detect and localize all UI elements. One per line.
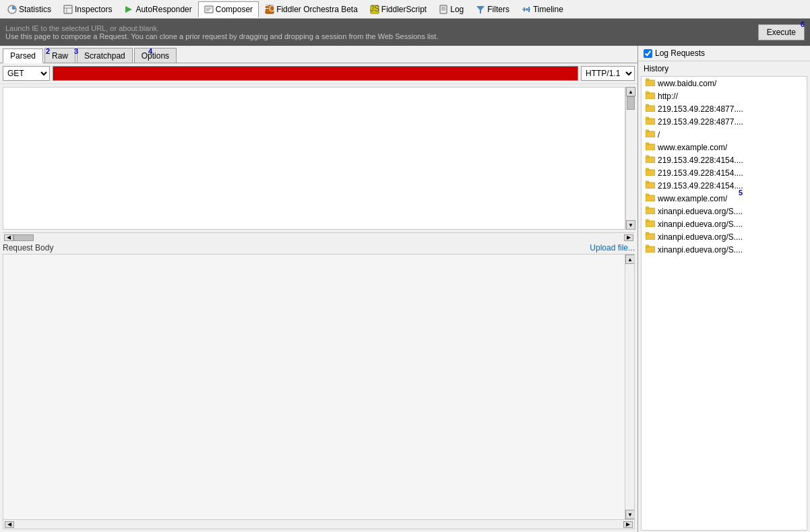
upload-file-link[interactable]: Upload file... — [590, 243, 635, 253]
tab-timeline[interactable]: Timeline — [516, 1, 569, 18]
annotation-2: 2 — [46, 47, 50, 55]
vscroll-up-btn[interactable]: ▲ — [626, 87, 635, 96]
hscroll-left-btn[interactable]: ◀ — [4, 234, 13, 241]
svg-rect-37 — [646, 168, 649, 170]
auto-icon — [124, 5, 133, 14]
tab-log[interactable]: Log — [433, 1, 470, 18]
history-item[interactable]: xinanpi.edueva.org/S.... — [642, 205, 807, 218]
history-item[interactable]: xinanpi.edueva.org/S.... — [642, 218, 807, 230]
svg-rect-49 — [646, 245, 649, 247]
history-item[interactable]: 219.153.49.228:4154.... — [642, 179, 807, 192]
history-item[interactable]: 219.153.49.228:4154.... — [642, 166, 807, 179]
infobar-line2: Use this page to compose a Request. You … — [5, 32, 805, 40]
svg-rect-1 — [64, 5, 72, 13]
hscroll-right-btn[interactable]: ▶ — [624, 234, 633, 241]
history-item[interactable]: www.example.com/ — [642, 192, 807, 205]
svg-rect-41 — [646, 194, 649, 196]
history-item[interactable]: www.example.com/ — [642, 141, 807, 154]
svg-marker-17 — [476, 6, 485, 13]
tab-scratchpad[interactable]: Scratchpad — [77, 48, 133, 63]
request-body-header: Request Body Upload file... — [3, 242, 635, 254]
main-area: 1 Parsed 2 Raw 3 Scratchpad Options 4 — [0, 46, 810, 532]
body-hscroll-right[interactable]: ▶ — [623, 521, 633, 528]
svg-rect-45 — [646, 220, 649, 222]
options-tab-label: Options — [142, 51, 169, 61]
protocol-select[interactable]: HTTP/1.1 HTTP/2 HTTPS — [581, 66, 635, 81]
folder-icon — [646, 129, 655, 139]
body-hscroll[interactable]: ◀ ▶ — [3, 519, 634, 529]
log-icon — [439, 5, 448, 14]
toolbar: Statistics Inspectors AutoResponder Comp… — [0, 0, 810, 19]
tab-parsed[interactable]: Parsed — [3, 48, 43, 63]
body-vscroll-up[interactable]: ▲ — [625, 255, 634, 264]
svg-rect-33 — [646, 143, 649, 145]
svg-rect-29 — [646, 117, 649, 119]
history-item[interactable]: 219.153.49.228:4154.... — [642, 154, 807, 166]
header-vscroll[interactable]: ▲ ▼ — [625, 87, 635, 230]
body-vscroll[interactable]: ▲ ▼ — [625, 255, 634, 519]
history-item[interactable]: xinanpi.edueva.org/S.... — [642, 243, 807, 256]
svg-rect-47 — [646, 232, 649, 234]
svg-rect-13 — [440, 5, 447, 13]
history-item[interactable]: / — [642, 128, 807, 141]
filter-icon — [476, 5, 485, 14]
compose-icon — [204, 5, 214, 14]
history-item-url: 219.153.49.228:4154.... — [658, 181, 743, 191]
composer-label: Composer — [216, 5, 253, 14]
tab-fiddlerscript[interactable]: JS FiddlerScript — [364, 1, 433, 18]
execute-button[interactable]: Execute — [758, 24, 805, 40]
annotation-3: 3 — [74, 47, 78, 55]
body-textarea[interactable] — [3, 255, 625, 519]
composer-panel: 1 Parsed 2 Raw 3 Scratchpad Options 4 — [0, 46, 638, 532]
history-item[interactable]: www.baidu.com/ — [642, 77, 807, 90]
history-item[interactable]: xinanpi.edueva.org/S.... — [642, 230, 807, 243]
folder-icon — [646, 180, 655, 191]
timeline-label: Timeline — [533, 5, 563, 14]
body-hscroll-left[interactable]: ◀ — [5, 521, 14, 528]
folder-icon — [646, 244, 655, 255]
filters-label: Filters — [487, 5, 509, 14]
tab-statistics[interactable]: Statistics — [1, 1, 57, 18]
request-body-section: Request Body Upload file... ▲ ▼ ◀ — [3, 242, 635, 529]
history-panel: Log Requests History www.baidu.com/ http… — [638, 46, 810, 532]
orchestra-icon: FO — [265, 5, 274, 14]
history-panel-title: History — [638, 61, 810, 75]
tab-fiddler-orchestra[interactable]: FO Fiddler Orchestra Beta — [259, 1, 364, 18]
infobar-line1: Launch IE to the selected URL, or about:… — [5, 24, 805, 32]
scratchpad-tab-label: Scratchpad — [84, 51, 125, 61]
tabs-row: 1 Parsed 2 Raw 3 Scratchpad Options 4 — [0, 46, 637, 63]
tab-composer[interactable]: Composer — [198, 1, 259, 18]
history-item[interactable]: 219.153.49.228:4877.... — [642, 115, 807, 128]
tab-options[interactable]: Options — [134, 48, 177, 63]
header-body-area: ▲ ▼ — [0, 84, 637, 232]
tab-autoresponder[interactable]: AutoResponder — [118, 1, 197, 18]
folder-icon — [646, 206, 655, 216]
header-hscroll[interactable]: ◀ ▶ — [3, 232, 635, 242]
request-header-textarea[interactable] — [3, 88, 625, 229]
tab-inspectors[interactable]: Inspectors — [57, 1, 118, 18]
log-requests-checkbox[interactable] — [644, 49, 652, 58]
folder-icon — [646, 142, 655, 152]
annotation-6: 6 — [801, 20, 805, 28]
method-select[interactable]: GET POST PUT DELETE HEAD OPTIONS PATCH — [3, 66, 50, 81]
log-requests-label[interactable]: Log Requests — [655, 48, 705, 58]
url-input[interactable] — [53, 66, 578, 81]
body-vscroll-down[interactable]: ▼ — [625, 510, 634, 519]
folder-icon — [646, 104, 655, 114]
svg-rect-31 — [646, 130, 649, 132]
folder-icon — [646, 91, 655, 101]
svg-text:FO: FO — [265, 5, 274, 13]
folder-icon — [646, 155, 655, 165]
history-item-url: www.baidu.com/ — [658, 79, 716, 88]
folder-icon — [646, 219, 655, 229]
request-body-area: ▲ ▼ ◀ ▶ — [3, 254, 635, 529]
svg-rect-43 — [646, 207, 649, 209]
history-item-url: xinanpi.edueva.org/S.... — [658, 232, 743, 242]
folder-icon — [646, 117, 655, 127]
tab-filters[interactable]: Filters — [470, 1, 516, 18]
history-item[interactable]: 219.153.49.228:4877.... — [642, 102, 807, 115]
vscroll-down-btn[interactable]: ▼ — [626, 220, 635, 230]
annotation-4: 4 — [148, 47, 152, 55]
history-item[interactable]: http:// — [642, 90, 807, 102]
svg-rect-25 — [646, 92, 649, 94]
